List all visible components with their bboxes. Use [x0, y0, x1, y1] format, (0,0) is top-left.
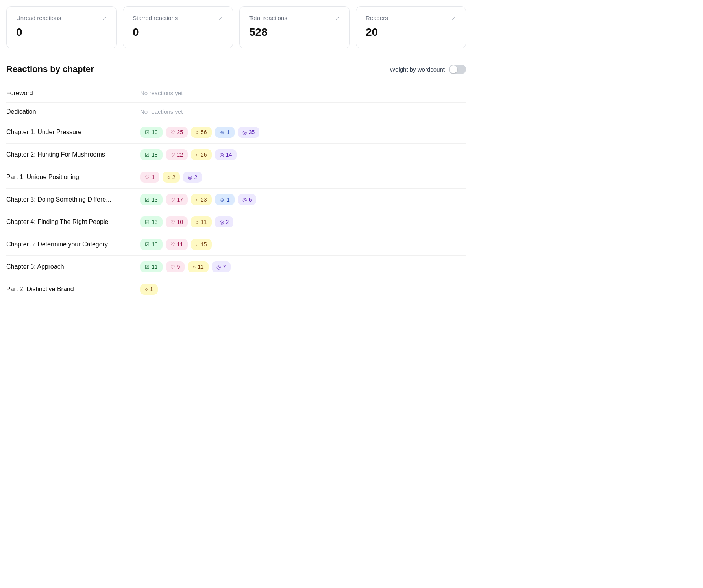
- no-reactions-label: No reactions yet: [140, 108, 183, 115]
- reaction-pill-purple[interactable]: ◎ 2: [215, 216, 234, 227]
- reaction-pill-green[interactable]: ☑ 11: [140, 261, 163, 272]
- table-row: Dedication No reactions yet: [6, 103, 466, 121]
- stat-value-starred: 0: [133, 26, 223, 39]
- pill-count: 18: [152, 152, 158, 158]
- reaction-pill-purple[interactable]: ◎ 35: [238, 127, 260, 138]
- reactions-cell: ☑ 13 ♡ 17 ○ 23 ☺ 1 ◎ 6: [140, 194, 466, 205]
- pill-count: 15: [201, 241, 207, 248]
- table-row: Chapter 1: Under Pressure ☑ 10 ♡ 25 ○ 56…: [6, 121, 466, 144]
- green-icon: ☑: [145, 219, 150, 225]
- pink-icon: ♡: [170, 219, 175, 225]
- table-row: Chapter 6: Approach ☑ 11 ♡ 9 ○ 12 ◎ 7: [6, 256, 466, 278]
- reactions-data: ☑ 18 ♡ 22 ○ 26 ◎ 14: [140, 144, 466, 166]
- reactions-cell: ☑ 11 ♡ 9 ○ 12 ◎ 7: [140, 261, 466, 272]
- reactions-cell: ☑ 18 ♡ 22 ○ 26 ◎ 14: [140, 149, 466, 160]
- purple-icon: ◎: [216, 264, 221, 270]
- reaction-pill-purple[interactable]: ◎ 7: [212, 261, 231, 272]
- reaction-pill-green[interactable]: ☑ 10: [140, 239, 163, 250]
- reaction-pill-yellow[interactable]: ○ 12: [188, 261, 208, 272]
- pill-count: 2: [194, 174, 197, 180]
- pink-icon: ♡: [170, 152, 175, 158]
- section-title: Reactions by chapter: [6, 64, 94, 74]
- reaction-pill-pink[interactable]: ♡ 17: [166, 194, 188, 205]
- reactions-data: ☑ 10 ♡ 11 ○ 15: [140, 233, 466, 256]
- reaction-pill-pink[interactable]: ♡ 11: [166, 239, 188, 250]
- reaction-pill-blue[interactable]: ☺ 1: [215, 194, 235, 205]
- pill-count: 1: [227, 129, 230, 135]
- stat-label-starred: Starred reactions ↗: [133, 15, 223, 21]
- reaction-pill-pink[interactable]: ♡ 22: [166, 149, 188, 160]
- yellow-icon: ○: [145, 287, 148, 292]
- pill-count: 6: [249, 196, 252, 203]
- stat-label-unread: Unread reactions ↗: [16, 15, 107, 21]
- green-icon: ☑: [145, 152, 150, 158]
- reaction-pill-green[interactable]: ☑ 18: [140, 149, 163, 160]
- chapter-name: Chapter 3: Doing Something Differe...: [6, 189, 140, 211]
- chapter-name: Chapter 6: Approach: [6, 256, 140, 278]
- chapter-name: Foreword: [6, 84, 140, 103]
- reaction-pill-yellow[interactable]: ○ 26: [191, 149, 211, 160]
- reactions-cell: ♡ 1 ○ 2 ◎ 2: [140, 172, 466, 183]
- reaction-pill-yellow[interactable]: ○ 56: [191, 127, 211, 138]
- pill-count: 22: [177, 152, 183, 158]
- pill-count: 2: [226, 219, 229, 225]
- reaction-pill-pink[interactable]: ♡ 9: [166, 261, 185, 272]
- reactions-data: ☑ 11 ♡ 9 ○ 12 ◎ 7: [140, 256, 466, 278]
- reaction-pill-green[interactable]: ☑ 10: [140, 127, 163, 138]
- reaction-pill-green[interactable]: ☑ 13: [140, 194, 163, 205]
- reaction-pill-blue[interactable]: ☺ 1: [215, 127, 235, 138]
- reaction-pill-purple[interactable]: ◎ 2: [183, 172, 202, 183]
- table-row: Chapter 4: Finding The Right People ☑ 13…: [6, 211, 466, 233]
- pill-count: 11: [152, 264, 158, 270]
- weight-toggle[interactable]: [449, 65, 466, 74]
- pill-count: 11: [177, 241, 183, 248]
- chapter-name: Chapter 5: Determine your Category: [6, 233, 140, 256]
- reactions-data: ☑ 10 ♡ 25 ○ 56 ☺ 1 ◎ 35: [140, 121, 466, 144]
- table-row: Part 2: Distinctive Brand ○ 1: [6, 278, 466, 301]
- yellow-icon: ○: [196, 242, 199, 248]
- arrow-icon-total[interactable]: ↗: [335, 15, 340, 21]
- reactions-data: ☑ 13 ♡ 10 ○ 11 ◎ 2: [140, 211, 466, 233]
- arrow-icon-unread[interactable]: ↗: [102, 15, 107, 21]
- pill-count: 1: [227, 196, 230, 203]
- stat-label-total: Total reactions ↗: [249, 15, 340, 21]
- arrow-icon-readers[interactable]: ↗: [451, 15, 456, 21]
- pill-count: 1: [150, 286, 153, 292]
- reactions-data: No reactions yet: [140, 103, 466, 121]
- purple-icon: ◎: [188, 174, 192, 180]
- purple-icon: ◎: [220, 152, 224, 158]
- green-icon: ☑: [145, 264, 150, 270]
- blue-icon: ☺: [220, 197, 225, 203]
- table-row: Chapter 2: Hunting For Mushrooms ☑ 18 ♡ …: [6, 144, 466, 166]
- green-icon: ☑: [145, 129, 150, 135]
- green-icon: ☑: [145, 197, 150, 203]
- reaction-pill-yellow[interactable]: ○ 2: [163, 172, 180, 183]
- pink-icon: ♡: [145, 174, 150, 180]
- stat-value-total: 528: [249, 26, 340, 39]
- reaction-pill-purple[interactable]: ◎ 14: [215, 149, 237, 160]
- arrow-icon-starred[interactable]: ↗: [218, 15, 223, 21]
- stat-value-readers: 20: [366, 26, 456, 39]
- reaction-pill-pink[interactable]: ♡ 10: [166, 216, 188, 227]
- reaction-pill-yellow[interactable]: ○ 23: [191, 194, 211, 205]
- blue-icon: ☺: [220, 129, 225, 135]
- pill-count: 10: [177, 219, 183, 225]
- pill-count: 35: [249, 129, 255, 135]
- reaction-pill-green[interactable]: ☑ 13: [140, 216, 163, 227]
- table-row: Part 1: Unique Positioning ♡ 1 ○ 2 ◎ 2: [6, 166, 466, 189]
- pill-count: 2: [172, 174, 176, 180]
- stat-card-total: Total reactions ↗ 528: [239, 6, 350, 48]
- stat-value-unread: 0: [16, 26, 107, 39]
- reaction-pill-yellow[interactable]: ○ 15: [191, 239, 211, 250]
- reaction-pill-yellow[interactable]: ○ 1: [140, 284, 158, 295]
- yellow-icon: ○: [196, 219, 199, 225]
- weight-toggle-label: Weight by wordcount: [390, 65, 466, 74]
- reaction-pill-yellow[interactable]: ○ 11: [191, 216, 211, 227]
- pill-count: 9: [177, 264, 180, 270]
- pill-count: 23: [201, 196, 207, 203]
- pill-count: 14: [226, 152, 232, 158]
- reaction-pill-pink[interactable]: ♡ 1: [140, 172, 159, 183]
- reactions-data: No reactions yet: [140, 84, 466, 103]
- reaction-pill-purple[interactable]: ◎ 6: [238, 194, 257, 205]
- reaction-pill-pink[interactable]: ♡ 25: [166, 127, 188, 138]
